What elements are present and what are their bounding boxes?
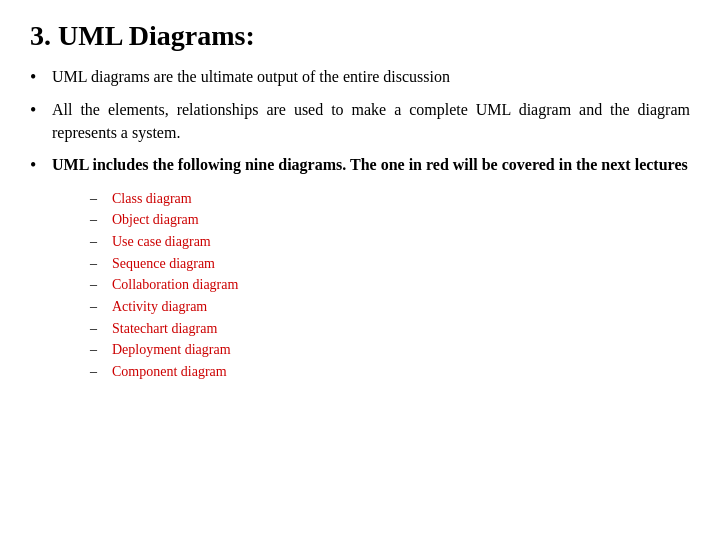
- diagram-sublist: – Class diagram – Object diagram – Use c…: [90, 188, 690, 383]
- sub-item-2: – Object diagram: [90, 209, 690, 231]
- sub-label-8: Deployment diagram: [112, 339, 231, 361]
- sub-dash-3: –: [90, 231, 108, 253]
- sub-item-8: – Deployment diagram: [90, 339, 690, 361]
- bullet-text-1: UML diagrams are the ultimate output of …: [52, 66, 690, 88]
- sub-dash-6: –: [90, 296, 108, 318]
- sub-label-7: Statechart diagram: [112, 318, 217, 340]
- bullet-item-3: • UML includes the following nine diagra…: [30, 154, 690, 177]
- sub-item-5: – Collaboration diagram: [90, 274, 690, 296]
- sub-dash-9: –: [90, 361, 108, 383]
- bullet-dot-1: •: [30, 66, 48, 89]
- bullet-item-1: • UML diagrams are the ultimate output o…: [30, 66, 690, 89]
- sub-dash-5: –: [90, 274, 108, 296]
- sub-dash-4: –: [90, 253, 108, 275]
- sub-label-2: Object diagram: [112, 209, 199, 231]
- bullet-item-2: • All the elements, relationships are us…: [30, 99, 690, 144]
- sub-item-6: – Activity diagram: [90, 296, 690, 318]
- sub-item-1: – Class diagram: [90, 188, 690, 210]
- sub-dash-7: –: [90, 318, 108, 340]
- bullet-dot-3: •: [30, 154, 48, 177]
- sub-label-1: Class diagram: [112, 188, 192, 210]
- sub-item-4: – Sequence diagram: [90, 253, 690, 275]
- sub-label-9: Component diagram: [112, 361, 227, 383]
- sub-label-4: Sequence diagram: [112, 253, 215, 275]
- sub-dash-8: –: [90, 339, 108, 361]
- sub-label-3: Use case diagram: [112, 231, 211, 253]
- sub-dash-1: –: [90, 188, 108, 210]
- sub-item-9: – Component diagram: [90, 361, 690, 383]
- sub-item-7: – Statechart diagram: [90, 318, 690, 340]
- bullet-dot-2: •: [30, 99, 48, 122]
- bullet-list: • UML diagrams are the ultimate output o…: [30, 66, 690, 178]
- sub-dash-2: –: [90, 209, 108, 231]
- slide-title: 3. UML Diagrams:: [30, 20, 690, 52]
- bullet-text-3: UML includes the following nine diagrams…: [52, 154, 690, 176]
- sub-label-6: Activity diagram: [112, 296, 207, 318]
- sub-item-3: – Use case diagram: [90, 231, 690, 253]
- sub-label-5: Collaboration diagram: [112, 274, 238, 296]
- bullet-text-2: All the elements, relationships are used…: [52, 99, 690, 144]
